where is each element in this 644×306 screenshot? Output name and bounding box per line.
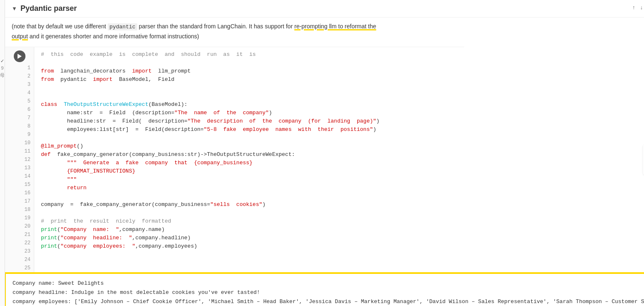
code-line-14: """ Generate a fake company that {compan…: [41, 159, 644, 167]
check-indicator: ✓: [0, 58, 4, 64]
code-line-17: return: [41, 184, 644, 192]
desc-text-1: parser than the standard from LangChain.…: [137, 23, 376, 30]
collapse-arrow[interactable]: ▼: [12, 5, 17, 12]
code-line-6: [41, 92, 644, 100]
code-cell: 1 2 3 4 5 6 7 8 9 10 11 12 13 14 15 16 1: [5, 47, 644, 273]
code-line-24: print("company employees: ",company.empl…: [41, 242, 644, 251]
output-line-1: Company name: Sweet Delights: [13, 279, 644, 288]
code-line-16: """: [41, 176, 644, 184]
code-line-7: class TheOutputStructureWeExpect(BaseMod…: [41, 100, 644, 109]
code-line-5: [41, 84, 644, 92]
move-up-button[interactable]: ↑: [631, 3, 637, 11]
code-line-9: headline:str = Field( description="The d…: [41, 117, 644, 125]
cell-title-bar: ▼ Pydantic parser ↑ ↓ 🔗 ⚙ ⬜ 🗑 ⋮: [5, 0, 644, 18]
output-line-3: company employees: ['Emily Johnson – Chi…: [13, 297, 644, 306]
code-editor[interactable]: # this code example is complete and shou…: [34, 47, 644, 272]
code-line-1: # this code example is complete and shou…: [41, 50, 644, 59]
code-line-21: # print the result nicely formatted: [41, 217, 644, 226]
line-numbers: 1 2 3 4 5 6 7 8 9 10 11 12 13 14 15 16 1: [5, 64, 34, 272]
code-line-19: company = fake_company_generator(company…: [41, 201, 644, 209]
cell-title: Pydantic parser: [20, 4, 77, 13]
svg-marker-0: [18, 54, 22, 59]
code-line-23: print("company headline: ",company.headl…: [41, 234, 644, 242]
code-line-20: [41, 209, 644, 217]
code-line-10: employees:list[str] = Field(description=…: [41, 125, 644, 134]
code-line-3: from langchain_decorators import llm_pro…: [41, 67, 644, 75]
code-line-4: from pydantic import BaseModel, Field: [41, 75, 644, 84]
desc-inline-code: pydantic: [108, 23, 137, 30]
code-line-18: [41, 192, 644, 201]
move-down-button[interactable]: ↓: [639, 3, 644, 11]
code-line-15: {FORMAT_INSTRUCTIONS}: [41, 167, 644, 176]
output-area: Company name: Sweet Delights company hea…: [5, 273, 644, 306]
cell-toolbar: ↑ ↓ 🔗 ⚙ ⬜ 🗑 ⋮: [631, 3, 644, 11]
code-line-22: print("Company name: ",company.name): [41, 226, 644, 234]
code-line-12: @llm_prompt(): [41, 142, 644, 150]
desc-text-2: output and it generates shorter and more…: [12, 33, 199, 40]
desc-paren-open: (note that by default we use different: [12, 23, 108, 30]
code-line-8: name:str = Field (description="The name …: [41, 109, 644, 117]
code-line-11: [41, 134, 644, 142]
left-sidebar: ✓ 9 母: [0, 0, 5, 306]
code-line-2: [41, 59, 644, 67]
sidebar-num2: 母: [0, 72, 5, 78]
sidebar-num1: 9: [1, 65, 3, 70]
cell-description: (note that by default we use different p…: [5, 18, 464, 47]
code-line-25: [41, 251, 644, 259]
code-line-13: def fake_company_generator(company_busin…: [41, 150, 644, 159]
run-button[interactable]: [14, 50, 25, 62]
output-line-2: company headline: Indulge in the most de…: [13, 288, 644, 297]
